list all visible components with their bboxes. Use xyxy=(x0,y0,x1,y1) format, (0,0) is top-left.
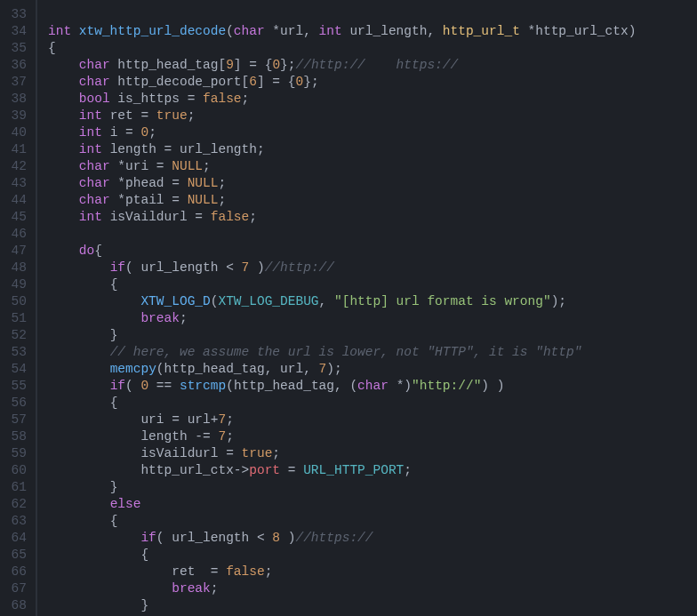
token-str: "http://" xyxy=(412,379,481,393)
token-whitespace xyxy=(48,463,140,477)
code-line[interactable]: char *ptail = NULL; xyxy=(48,192,697,209)
code-line[interactable]: do{ xyxy=(48,243,697,260)
token-whitespace xyxy=(180,193,188,207)
code-line[interactable]: } xyxy=(48,479,697,496)
code-line[interactable]: uri = url+7; xyxy=(48,412,697,428)
token-var: url xyxy=(280,362,303,376)
token-var: http_head_tag xyxy=(117,58,218,72)
line-number: 47 xyxy=(0,243,27,260)
code-line[interactable]: memcpy(http_head_tag, url, 7); xyxy=(48,361,697,378)
code-line[interactable]: char *uri = NULL; xyxy=(48,158,697,175)
code-line[interactable]: // here, we assume the url is lower, not… xyxy=(48,344,697,361)
code-line[interactable]: int xtw_http_url_decode(char *url, int u… xyxy=(48,23,697,40)
line-number: 63 xyxy=(0,513,27,530)
code-line[interactable]: http_url_ctx->port = URL_HTTP_PORT; xyxy=(48,462,697,479)
token-type: int xyxy=(48,24,71,38)
code-line[interactable]: length -= 7; xyxy=(48,428,697,445)
code-line[interactable]: bool is_https = false; xyxy=(48,91,697,108)
token-whitespace xyxy=(48,548,140,562)
line-number: 59 xyxy=(0,445,27,462)
token-whitespace xyxy=(48,159,79,173)
token-whitespace xyxy=(48,514,110,528)
token-punc: ; xyxy=(188,108,196,123)
code-line[interactable]: ret = false; xyxy=(48,564,697,580)
token-num: 7 xyxy=(218,412,226,427)
token-punc: ; xyxy=(226,412,234,427)
token-punc: , ( xyxy=(334,379,357,393)
code-line[interactable]: char *phead = NULL; xyxy=(48,175,697,192)
code-line[interactable]: char http_decode_port[6] = {0}; xyxy=(48,74,697,91)
token-punc: ( xyxy=(125,379,140,393)
token-null: NULL xyxy=(172,159,203,173)
line-number: 56 xyxy=(0,395,27,412)
code-line[interactable]: int ret = true; xyxy=(48,108,697,124)
line-number: 57 xyxy=(0,412,27,428)
line-number-gutter: 3334353637383940414243444546474849505152… xyxy=(0,0,37,616)
token-punc: { xyxy=(110,514,118,528)
token-whitespace xyxy=(102,108,110,123)
code-line[interactable]: } xyxy=(48,327,697,344)
token-num: 0 xyxy=(272,58,280,72)
line-number: 55 xyxy=(0,378,27,395)
line-number: 66 xyxy=(0,564,27,580)
token-type: int xyxy=(319,24,342,38)
code-line[interactable]: if( 0 == strcmp(http_head_tag, (char *)"… xyxy=(48,378,697,395)
code-line[interactable]: { xyxy=(48,276,697,293)
token-macro: XTW_LOG_DEBUG xyxy=(218,294,318,308)
token-var: http_url_ctx xyxy=(535,24,628,38)
token-var: url xyxy=(188,412,211,427)
code-line[interactable]: { xyxy=(48,40,697,57)
token-var: ret xyxy=(110,108,133,123)
code-line[interactable] xyxy=(48,6,697,23)
line-number: 64 xyxy=(0,530,27,547)
code-line[interactable]: int isVaildurl = false; xyxy=(48,209,697,226)
token-punc: }; xyxy=(280,58,295,72)
code-line[interactable]: int i = 0; xyxy=(48,124,697,141)
line-number: 38 xyxy=(0,91,27,108)
code-line[interactable]: isVaildurl = true; xyxy=(48,445,697,462)
line-number: 58 xyxy=(0,428,27,445)
code-line[interactable]: int length = url_length; xyxy=(48,141,697,158)
token-punc: [ xyxy=(242,75,250,89)
token-kw: if xyxy=(110,379,125,393)
code-line[interactable]: if( url_length < 7 )//http:// xyxy=(48,260,697,276)
code-line[interactable]: { xyxy=(48,513,697,530)
token-var: http_url_ctx xyxy=(140,463,233,477)
token-var: url_length xyxy=(140,260,218,275)
token-var: uri xyxy=(125,159,148,173)
token-punc: ) xyxy=(629,24,637,38)
token-punc: { xyxy=(140,548,148,562)
token-punc: ; xyxy=(249,210,257,224)
token-var: length xyxy=(110,142,156,156)
line-number: 51 xyxy=(0,310,27,327)
code-line[interactable]: { xyxy=(48,395,697,412)
token-fn: memcpy xyxy=(110,362,156,376)
token-var: url_length xyxy=(172,531,249,545)
token-whitespace xyxy=(180,412,188,427)
code-editor[interactable]: 3334353637383940414243444546474849505152… xyxy=(0,0,697,616)
line-number: 42 xyxy=(0,158,27,175)
token-punc: ( xyxy=(125,260,140,275)
line-number: 67 xyxy=(0,580,27,597)
token-num: 7 xyxy=(319,362,327,376)
code-line[interactable]: { xyxy=(48,547,697,564)
token-op: * xyxy=(272,24,280,38)
token-punc: , xyxy=(303,362,318,376)
code-line[interactable]: if( url_length < 8 )//https:// xyxy=(48,530,697,547)
code-line[interactable]: break; xyxy=(48,580,697,597)
line-number: 49 xyxy=(0,276,27,293)
token-punc: ; xyxy=(203,159,211,173)
code-line[interactable]: } xyxy=(48,597,697,614)
code-line[interactable]: break; xyxy=(48,310,697,327)
code-line[interactable]: char http_head_tag[9] = {0};//http:// ht… xyxy=(48,57,697,74)
token-whitespace xyxy=(148,159,156,173)
token-whitespace xyxy=(48,362,110,376)
token-whitespace xyxy=(117,125,125,140)
code-line[interactable]: else xyxy=(48,496,697,513)
code-area[interactable]: int xtw_http_url_decode(char *url, int u… xyxy=(37,0,697,616)
code-line[interactable] xyxy=(48,226,697,243)
line-number: 39 xyxy=(0,108,27,124)
token-op: = xyxy=(195,210,203,224)
code-line[interactable]: XTW_LOG_D(XTW_LOG_DEBUG, "[http] url for… xyxy=(48,293,697,310)
token-cmt: // here, we assume the url is lower, not… xyxy=(110,345,582,359)
